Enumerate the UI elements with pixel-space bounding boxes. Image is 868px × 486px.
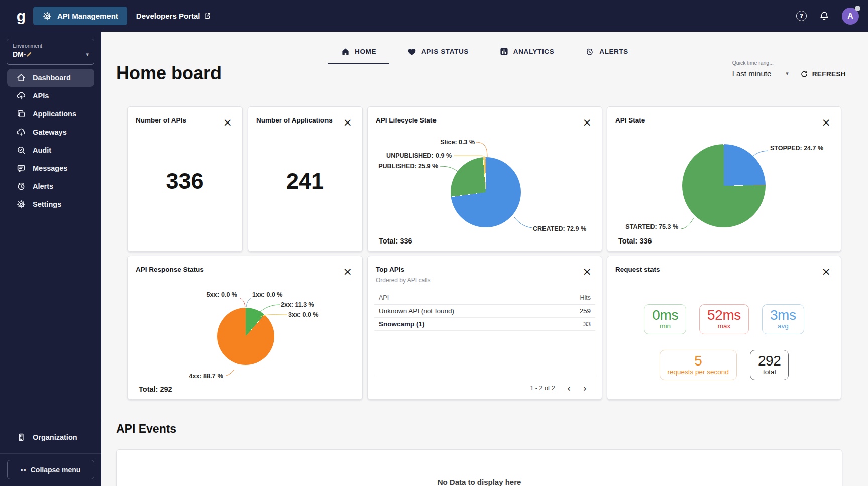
stat-value: 3ms <box>770 307 796 323</box>
gear-icon <box>16 199 26 209</box>
sidebar-nav: Dashboard APIs Applications Gateways Aud… <box>0 69 101 213</box>
time-range-select[interactable]: Last minute ▾ <box>732 69 789 78</box>
pie-label-stopped: STOPPED: 24.7 % <box>770 145 823 152</box>
pie-label-2xx: 2xx: 11.3 % <box>281 301 314 308</box>
avatar[interactable]: A <box>842 8 859 25</box>
card-api-events: No Data to display here <box>116 449 842 486</box>
caret-down-icon: ▾ <box>86 51 89 58</box>
stat-label: total <box>758 368 781 376</box>
pie-label-unpublished: UNPUBLISHED: 0.9 % <box>386 152 452 159</box>
chevron-left-icon[interactable]: ‹ <box>567 385 571 392</box>
tab-home[interactable]: HOME <box>328 40 389 64</box>
page-title: Home board <box>116 63 222 84</box>
tab-label: ALERTS <box>599 48 628 55</box>
tab-label: HOME <box>355 48 376 55</box>
stat-requests-per-second: 5 requests per second <box>660 350 737 380</box>
close-icon[interactable]: × <box>343 267 352 276</box>
api-name[interactable]: Unknown API (not found) <box>379 307 454 315</box>
table-row[interactable]: Snowcamp (1) 33 <box>374 318 595 331</box>
sidebar-item-messages[interactable]: Messages <box>7 159 94 177</box>
close-icon[interactable]: × <box>822 118 831 127</box>
card-title: API State <box>607 107 841 124</box>
sidebar-item-audit[interactable]: Audit <box>7 141 94 159</box>
card-api-response-status: API Response Status × 5xx: 0.0 % 1xx: 0.… <box>127 256 363 400</box>
sidebar-item-dashboard[interactable]: Dashboard <box>7 69 94 87</box>
stats-row: 0ms min 52ms max 3ms avg <box>607 304 841 334</box>
api-hits: 259 <box>579 307 591 315</box>
notifications-bell-icon[interactable] <box>819 11 830 22</box>
empty-state-message: No Data to display here <box>117 450 842 486</box>
refresh-icon <box>800 70 808 78</box>
tab-apis-status[interactable]: APIS STATUS <box>394 40 482 64</box>
gravitee-logo[interactable]: g <box>11 8 31 25</box>
api-name[interactable]: Snowcamp (1) <box>379 320 425 328</box>
sidebar-item-label: Dashboard <box>33 74 71 82</box>
close-icon[interactable]: × <box>583 267 592 276</box>
pie-label-published: PUBLISHED: 25.9 % <box>378 163 438 170</box>
collapse-menu-button[interactable]: ▸◂ Collapse menu <box>7 460 94 479</box>
pie-total: Total: 292 <box>139 385 172 393</box>
alarm-clock-icon <box>585 47 594 56</box>
chat-icon <box>16 163 26 173</box>
gear-hex-icon <box>42 11 52 21</box>
topbar: g API Management Developers Portal ? A <box>0 0 868 32</box>
table-header-row: API Hits <box>374 291 595 305</box>
collapse-menu-label: Collapse menu <box>31 466 81 474</box>
environment-label: Environment <box>13 43 89 49</box>
sidebar-item-label: Audit <box>33 146 51 154</box>
cloud-icon <box>16 127 26 137</box>
card-number-of-apis: Number of APIs × 336 <box>127 106 243 252</box>
environment-select[interactable]: Environment DM- ▾ <box>7 39 94 65</box>
help-icon[interactable]: ? <box>796 11 807 21</box>
api-management-button[interactable]: API Management <box>33 7 127 25</box>
sidebar: Environment DM- ▾ Dashboard APIs Applica… <box>0 32 101 486</box>
collapse-icon: ▸◂ <box>21 467 25 472</box>
building-icon <box>16 432 26 442</box>
card-title: API Response Status <box>128 256 362 273</box>
pie-label-1xx: 1xx: 0.0 % <box>252 291 282 298</box>
pie-label-4xx: 4xx: 88.7 % <box>189 373 223 380</box>
stat-avg: 3ms avg <box>762 304 804 334</box>
stat-value: 0ms <box>652 307 678 323</box>
close-icon[interactable]: × <box>223 118 232 127</box>
tab-alerts[interactable]: ALERTS <box>572 40 641 64</box>
card-subtitle: Ordered by API calls <box>376 277 592 284</box>
sidebar-item-label: Settings <box>33 200 61 208</box>
main-content: HOME APIS STATUS ANALYTICS ALERTS Home b… <box>101 32 868 486</box>
sidebar-item-alerts[interactable]: Alerts <box>7 177 94 195</box>
api-response-pie-chart <box>217 308 274 365</box>
chevron-right-icon[interactable]: › <box>583 385 587 392</box>
table-row[interactable]: Unknown API (not found) 259 <box>374 305 595 318</box>
pie-label-5xx: 5xx: 0.0 % <box>207 291 237 298</box>
pie-total: Total: 336 <box>379 237 412 245</box>
refresh-label: REFRESH <box>812 70 846 78</box>
close-icon[interactable]: × <box>583 118 592 127</box>
stat-label: min <box>652 322 678 330</box>
close-icon[interactable]: × <box>822 267 831 276</box>
sidebar-item-applications[interactable]: Applications <box>7 105 94 123</box>
sidebar-footer: Organization ▸◂ Collapse menu <box>0 421 101 486</box>
time-controls: Quick time rang... Last minute ▾ REFRESH <box>732 60 846 78</box>
pagination-range: 1 - 2 of 2 <box>530 385 555 392</box>
sidebar-item-apis[interactable]: APIs <box>7 87 94 105</box>
sidebar-item-label: Applications <box>33 110 76 118</box>
tab-analytics[interactable]: ANALYTICS <box>487 40 567 64</box>
pie-total: Total: 336 <box>618 237 652 245</box>
sidebar-item-organization[interactable]: Organization <box>7 428 94 446</box>
cloud-upload-icon <box>16 91 26 101</box>
top-apis-table: API Hits Unknown API (not found) 259 Sno… <box>374 291 595 331</box>
sidebar-item-gateways[interactable]: Gateways <box>7 123 94 141</box>
applications-icon <box>16 109 26 119</box>
stat-label: max <box>707 322 741 330</box>
applications-count: 241 <box>248 124 362 251</box>
card-api-state: API State × STOPPED: 24.7 % STARTED: 75.… <box>607 106 841 252</box>
close-icon[interactable]: × <box>343 118 352 127</box>
refresh-button[interactable]: REFRESH <box>800 70 846 78</box>
card-title: Top APIs <box>376 266 592 273</box>
developers-portal-link[interactable]: Developers Portal <box>136 12 212 20</box>
topbar-actions: ? A <box>796 8 868 25</box>
sidebar-item-settings[interactable]: Settings <box>7 195 94 213</box>
card-top-apis: Top APIs Ordered by API calls × API Hits… <box>367 256 602 400</box>
search-check-icon <box>16 145 26 155</box>
stat-min: 0ms min <box>644 304 686 334</box>
